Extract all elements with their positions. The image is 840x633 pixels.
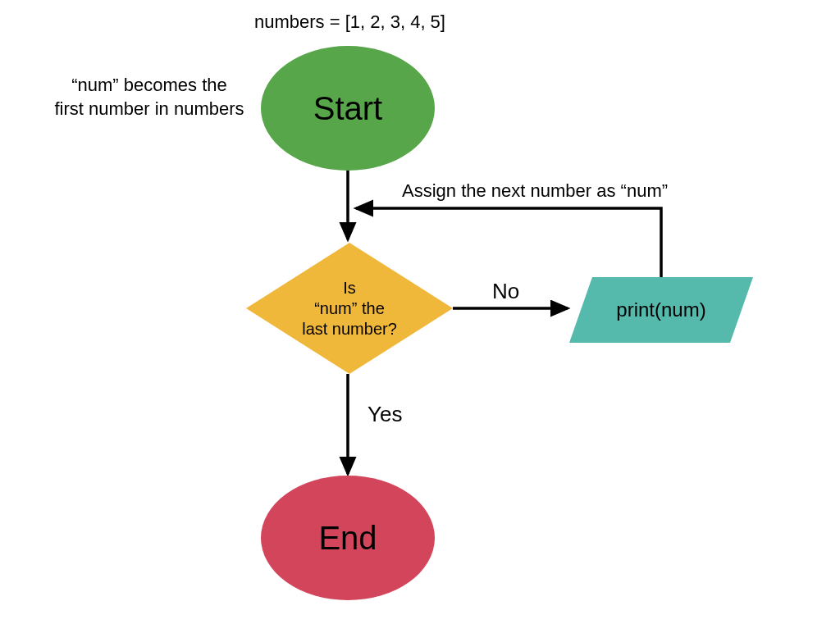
decision-line2: “num” the bbox=[314, 298, 385, 319]
end-label: End bbox=[318, 520, 377, 557]
edge-label-no: No bbox=[492, 279, 519, 304]
process-label: print(num) bbox=[616, 298, 705, 321]
decision-node: Is “num” the last number? bbox=[246, 243, 453, 374]
annotation-num-first-line2: first number in numbers bbox=[52, 98, 246, 121]
process-text: print(num) bbox=[569, 277, 753, 343]
edge-label-yes: Yes bbox=[368, 402, 402, 427]
annotation-num-first: “num” becomes the first number in number… bbox=[52, 74, 246, 121]
annotation-loop: Assign the next number as “num” bbox=[402, 180, 668, 202]
end-node: End bbox=[261, 476, 435, 600]
decision-text: Is “num” the last number? bbox=[246, 243, 453, 374]
process-node: print(num) bbox=[569, 277, 753, 343]
annotation-num-first-line1: “num” becomes the bbox=[52, 74, 246, 98]
decision-line1: Is bbox=[343, 278, 356, 298]
start-node: Start bbox=[261, 46, 435, 171]
flowchart-canvas: numbers = [1, 2, 3, 4, 5] “num” becomes … bbox=[0, 0, 840, 633]
annotation-numbers-list: numbers = [1, 2, 3, 4, 5] bbox=[254, 11, 445, 33]
decision-line3: last number? bbox=[302, 319, 397, 339]
start-label: Start bbox=[313, 90, 382, 127]
